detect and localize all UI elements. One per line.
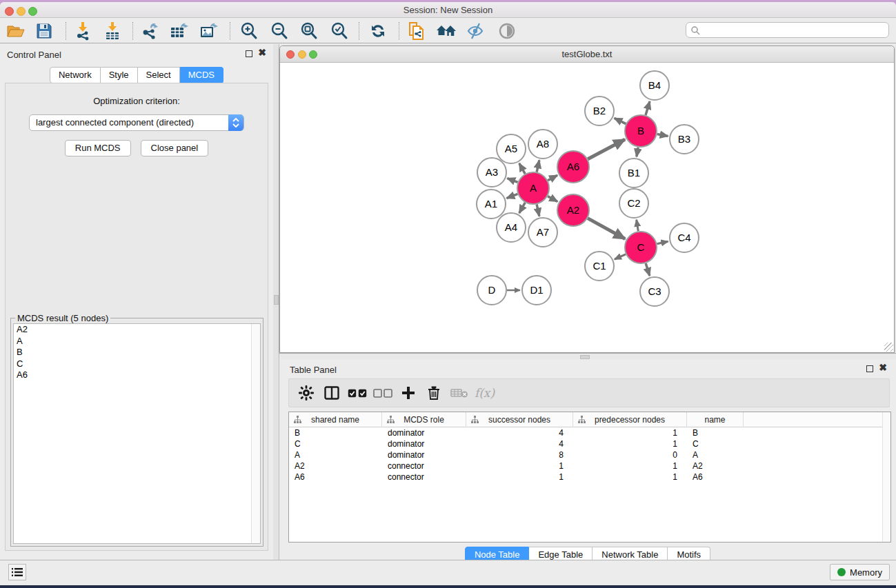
mcds-result-item[interactable]: A6 [14, 369, 260, 381]
edge-A-A3[interactable] [507, 179, 517, 183]
import-network-icon[interactable] [72, 21, 93, 41]
zoom-fit-icon[interactable] [299, 21, 319, 41]
column-icon[interactable] [319, 383, 344, 403]
edge-A2-C[interactable] [588, 219, 625, 239]
table-cell[interactable]: connector [382, 460, 466, 472]
window-resize-grip[interactable] [884, 343, 893, 352]
tab-style[interactable]: Style [101, 67, 138, 83]
run-mcds-button[interactable]: Run MCDS [65, 140, 131, 156]
edge-C-C4[interactable] [657, 241, 668, 244]
edge-A-A8[interactable] [537, 160, 539, 172]
mcds-result-item[interactable]: B [14, 347, 260, 358]
edge-B-B4[interactable] [646, 101, 650, 115]
splitter-grip[interactable] [274, 295, 279, 305]
network-window-titlebar[interactable]: testGlobe.txt [280, 46, 894, 63]
maximize-window-button[interactable] [28, 7, 37, 16]
tab-select[interactable]: Select [138, 67, 180, 83]
table-row[interactable]: A6connector11A6 [289, 472, 890, 483]
table-cell[interactable]: A2 [289, 460, 382, 472]
delete-icon[interactable] [421, 383, 446, 403]
close-panel-icon[interactable]: ✖ [258, 48, 266, 57]
edge-B-B2[interactable] [615, 118, 626, 123]
tab-mcds[interactable]: MCDS [180, 67, 223, 83]
table-cell[interactable]: dominator [382, 427, 466, 438]
table-cell[interactable]: dominator [382, 438, 466, 449]
table-cell[interactable]: C [289, 438, 382, 449]
table-cell[interactable]: A6 [687, 472, 744, 483]
optimization-dropdown[interactable]: largest connected component (directed) [29, 114, 244, 131]
edge-B-B3[interactable] [657, 134, 668, 136]
table-row[interactable]: Cdominator41C [289, 438, 890, 449]
mcds-result-list[interactable]: A2ABCA6 [13, 323, 261, 544]
edge-A-A6[interactable] [548, 175, 557, 180]
vertical-splitter[interactable] [273, 44, 279, 560]
add-column-icon[interactable] [395, 383, 421, 403]
search-box[interactable] [686, 22, 889, 38]
edge-C-C3[interactable] [646, 263, 650, 276]
table-cell[interactable]: B [289, 427, 382, 438]
close-panel-icon[interactable]: ✖ [879, 363, 887, 372]
close-panel-button[interactable]: Close panel [141, 140, 209, 156]
home-icon[interactable] [436, 21, 457, 41]
deselect-all-icon[interactable] [370, 383, 395, 403]
duplicate-network-icon[interactable] [406, 21, 427, 41]
show-eye-icon[interactable] [497, 21, 517, 41]
network-graph[interactable]: B4B2BB3A8A5A6A3B1AC2A1A2A4A7C4CC1DD1C3 [281, 63, 893, 352]
search-input[interactable] [700, 26, 888, 35]
zoom-out-icon[interactable] [269, 21, 290, 41]
network-minimize-button[interactable] [298, 50, 306, 59]
zoom-selected-icon[interactable] [329, 21, 350, 41]
node-table[interactable]: shared nameMCDS rolesuccessor nodesprede… [288, 412, 891, 543]
edge-A-A4[interactable] [519, 203, 526, 213]
select-all-icon[interactable] [344, 383, 370, 403]
table-cell[interactable]: 1 [573, 472, 687, 483]
mcds-list-scrollbar[interactable] [251, 324, 260, 543]
mcds-result-item[interactable]: C [14, 358, 260, 370]
table-row[interactable]: Bdominator41B [289, 427, 890, 438]
edge-C-C2[interactable] [637, 220, 639, 232]
refresh-icon[interactable] [368, 21, 388, 41]
table-cell[interactable]: connector [382, 472, 466, 483]
table-cell[interactable]: 1 [466, 472, 573, 483]
table-cell[interactable]: A2 [687, 460, 744, 472]
memory-button[interactable]: Memory [830, 564, 890, 580]
table-cell[interactable]: 1 [573, 460, 687, 472]
delete-table-icon[interactable] [446, 383, 472, 403]
edge-A6-B[interactable] [588, 139, 625, 159]
table-cell[interactable]: 1 [573, 438, 687, 449]
hide-panel-icon[interactable] [466, 21, 486, 41]
network-close-button[interactable] [286, 50, 295, 59]
float-panel-icon[interactable] [866, 365, 873, 372]
table-cell[interactable]: 1 [466, 460, 573, 472]
edge-A-A7[interactable] [537, 204, 539, 216]
column-header-name[interactable]: name [687, 412, 744, 427]
table-cell[interactable]: A6 [289, 472, 382, 483]
app-titlebar[interactable]: Session: New Session [0, 2, 896, 18]
column-header-MCDS-role[interactable]: MCDS role [382, 412, 466, 427]
export-image-icon[interactable] [199, 21, 219, 41]
zoom-in-icon[interactable] [239, 21, 259, 41]
table-cell[interactable]: dominator [382, 449, 466, 460]
column-header-predecessor-nodes[interactable]: predecessor nodes [573, 412, 687, 427]
table-scrollbar[interactable] [882, 412, 890, 542]
network-maximize-button[interactable] [309, 50, 317, 59]
float-panel-icon[interactable] [246, 50, 252, 57]
mcds-result-item[interactable]: A2 [14, 324, 260, 336]
task-history-button[interactable] [8, 564, 26, 580]
tab-network[interactable]: Network [50, 67, 101, 83]
table-cell[interactable]: C [687, 438, 744, 449]
column-header-successor-nodes[interactable]: successor nodes [466, 412, 573, 427]
table-cell[interactable]: 0 [573, 449, 687, 460]
table-row[interactable]: Adominator80A [289, 449, 890, 460]
horizontal-splitter[interactable] [279, 353, 896, 359]
network-canvas[interactable]: B4B2BB3A8A5A6A3B1AC2A1A2A4A7C4CC1DD1C3 [281, 63, 893, 352]
table-row[interactable]: A2connector11A2 [289, 460, 890, 472]
table-cell[interactable]: 4 [466, 438, 573, 449]
edge-B-B1[interactable] [637, 148, 638, 157]
column-header-shared-name[interactable]: shared name [289, 412, 382, 427]
export-table-icon[interactable] [169, 21, 190, 41]
mcds-result-item[interactable]: A [14, 336, 260, 347]
close-window-button[interactable] [5, 7, 14, 16]
minimize-window-button[interactable] [17, 7, 26, 16]
table-cell[interactable]: 8 [466, 449, 573, 460]
